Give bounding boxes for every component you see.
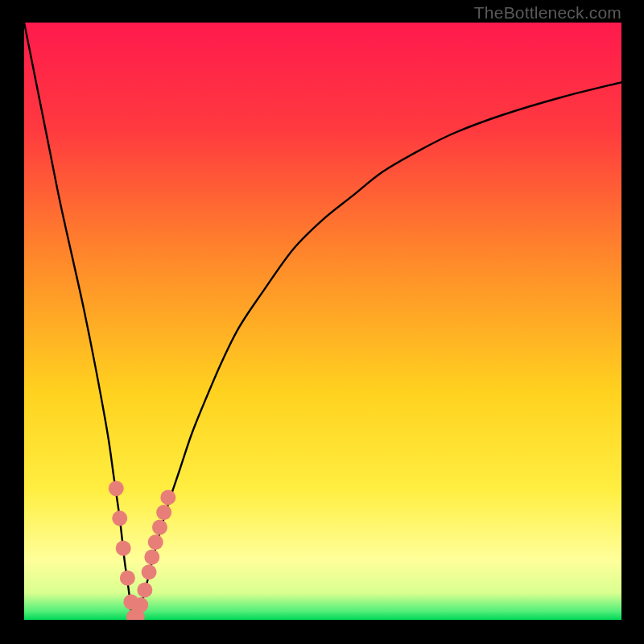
chart-frame: TheBottleneck.com [0,0,644,644]
highlight-marker [148,535,163,550]
highlight-marker [144,550,159,565]
highlight-marker [133,597,148,613]
highlight-marker [112,510,127,526]
highlight-marker [116,540,131,555]
highlight-marker [109,481,124,496]
highlight-marker [152,519,167,535]
gradient-bg [24,23,621,620]
highlight-marker [142,564,157,580]
plot-area [24,23,621,620]
plot-svg [24,23,621,620]
highlight-marker [137,582,152,597]
highlight-marker [160,489,175,505]
attribution-label: TheBottleneck.com [474,3,621,23]
highlight-marker [156,505,171,520]
highlight-marker [120,571,135,586]
